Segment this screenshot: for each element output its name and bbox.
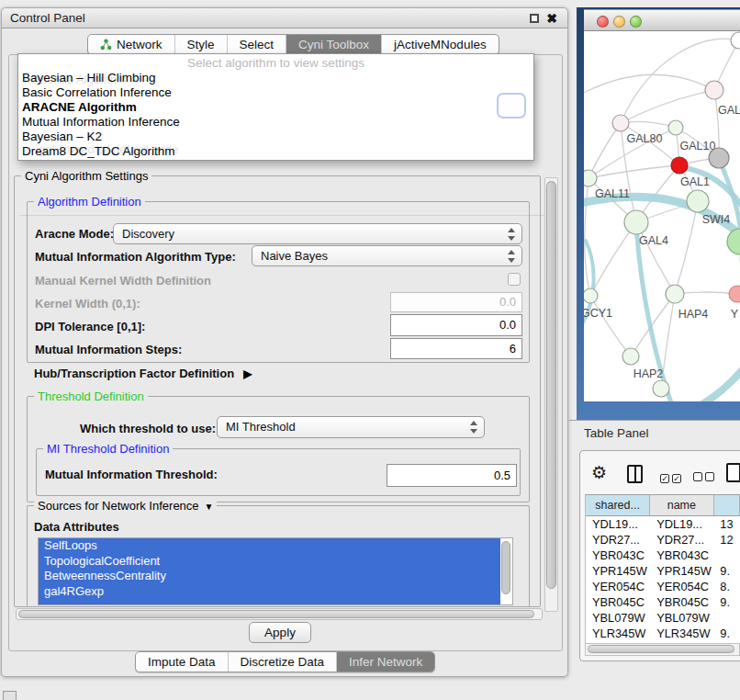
table-column-header[interactable]: shared... — [586, 495, 650, 515]
table-row[interactable]: YDL19...YDL19...13 — [586, 516, 740, 532]
table-cell: YBR043C — [586, 548, 650, 563]
network-edge[interactable] — [675, 201, 698, 294]
network-edge-highlighted[interactable] — [692, 362, 740, 401]
close-traffic-light-icon[interactable] — [597, 16, 609, 28]
network-node-node-top[interactable] — [731, 32, 740, 49]
network-node-node-bottom[interactable] — [653, 380, 669, 397]
tab-network[interactable]: Network — [88, 35, 174, 54]
table-row[interactable]: YDR27...YDR27...12 — [586, 532, 740, 548]
bottom-tab-impute-data[interactable]: Impute Data — [136, 652, 228, 672]
control-panel-tabs: NetworkStyleSelectCyni ToolboxjActiveMNo… — [87, 34, 499, 55]
tab-select[interactable]: Select — [227, 35, 286, 54]
manual-kernel-label: Manual Kernel Width Definition — [35, 274, 211, 288]
network-node-gal1[interactable] — [671, 157, 688, 174]
bottom-tab-discretize-data[interactable]: Discretize Data — [228, 652, 337, 672]
table-row[interactable]: YPR145WYPR145W9. — [586, 563, 740, 579]
tab-style[interactable]: Style — [174, 35, 227, 54]
clear-checkboxes-icon[interactable] — [693, 469, 717, 485]
mi-steps-field[interactable]: 6 — [390, 338, 522, 359]
attribute-item[interactable]: gal4RGexp — [39, 584, 500, 600]
network-node-gal80[interactable] — [612, 115, 629, 131]
float-icon[interactable] — [530, 14, 539, 23]
table-hscrollbar-thumb[interactable] — [588, 645, 734, 653]
mi-threshold-field[interactable]: 0.5 — [387, 464, 517, 487]
network-edge[interactable] — [621, 90, 714, 123]
settings-horizontal-scrollbar[interactable] — [16, 608, 543, 620]
bottom-grip-icon[interactable] — [3, 691, 17, 700]
network-node-hap2[interactable] — [622, 348, 639, 365]
apply-button[interactable]: Apply — [249, 622, 311, 643]
table-cell: YBR043C — [650, 548, 713, 563]
kernel-width-field[interactable]: 0.0 — [390, 292, 522, 312]
table-row[interactable]: YBR043CYBR043C — [586, 548, 740, 563]
network-window-titlebar[interactable] — [584, 9, 740, 31]
node-table[interactable]: shared...nameYDL19...YDL19...13YDR27...Y… — [585, 494, 740, 643]
mi-threshold-group-title: MI Threshold Definition — [43, 442, 173, 456]
table-header-row: shared...name — [586, 495, 740, 516]
sources-group-title[interactable]: Sources for Network Inference▼ — [34, 499, 217, 513]
table-row[interactable]: YLR345WYLR345W9. — [586, 626, 740, 641]
mi-type-select[interactable]: Naive Bayes — [252, 245, 522, 266]
network-node-label: GAL80 — [627, 132, 663, 145]
table-row[interactable]: YBL079WYBL079W — [586, 610, 740, 626]
combo-arrows-icon — [470, 421, 478, 434]
attributes-list-scrollbar[interactable] — [501, 541, 510, 594]
tab-jactivemnodules[interactable]: jActiveMNodules — [381, 35, 499, 54]
document-icon[interactable] — [726, 463, 740, 482]
network-edge[interactable] — [585, 178, 590, 296]
dpi-tolerance-field[interactable]: 0.0 — [390, 314, 522, 336]
column-layout-icon[interactable] — [627, 465, 643, 483]
settings-scrollbar-thumb[interactable] — [546, 181, 556, 589]
network-node-hap4[interactable] — [666, 285, 684, 303]
which-threshold-select[interactable]: MI Threshold — [217, 416, 485, 438]
table-column-header[interactable]: name — [650, 495, 713, 515]
network-edge[interactable] — [589, 123, 621, 178]
gear-icon[interactable]: ⚙ — [591, 462, 607, 483]
kernel-width-label: Kernel Width (0,1): — [35, 297, 140, 310]
hub-definition-section[interactable]: Hub/Transcription Factor Definition▶ — [34, 367, 252, 380]
algorithm-option[interactable]: Basic Correlation Inference — [18, 85, 533, 100]
network-edge[interactable] — [590, 296, 631, 356]
network-graph[interactable]: GALGAL80GAL10GAL1GAL11SWI4GAL4GCY1HAP4YH… — [584, 31, 740, 401]
network-node-gray-node[interactable] — [709, 148, 729, 168]
table-row[interactable]: YER054CYER054C8. — [586, 579, 740, 594]
table-column-header[interactable] — [714, 495, 740, 515]
settings-vertical-scrollbar[interactable] — [544, 177, 558, 612]
mi-type-value: Naive Bayes — [261, 249, 328, 263]
algorithm-option[interactable]: ARACNE Algorithm — [18, 100, 533, 115]
tab-cyni-toolbox[interactable]: Cyni Toolbox — [286, 35, 381, 54]
bottom-tab-label: Infer Network — [349, 652, 422, 672]
attribute-item[interactable]: SelfLoops — [39, 538, 500, 554]
manual-kernel-checkbox[interactable] — [508, 273, 521, 286]
network-node-pink-right[interactable] — [729, 286, 740, 302]
network-node-gal11[interactable] — [584, 170, 597, 186]
minimize-traffic-light-icon[interactable] — [613, 16, 625, 28]
table-horizontal-scrollbar[interactable] — [585, 643, 740, 656]
network-node-swi4[interactable] — [687, 190, 709, 212]
network-node-gcy1[interactable] — [584, 288, 598, 303]
close-icon[interactable]: ✖ — [546, 10, 557, 27]
threshold-definition-title: Threshold Definition — [34, 390, 148, 403]
attribute-item[interactable]: TopologicalCoefficient — [39, 554, 500, 570]
network-edge[interactable] — [589, 165, 679, 178]
data-attributes-list[interactable]: SelfLoopsTopologicalCoefficientBetweenne… — [38, 537, 513, 605]
algorithm-definition-title: Algorithm Definition — [34, 195, 145, 209]
select-all-checkboxes-icon[interactable]: ✓✓ — [660, 469, 684, 485]
algorithm-option[interactable]: Mutual Information Inference — [18, 115, 533, 130]
attribute-item[interactable]: BetweennessCentrality — [39, 569, 500, 584]
network-canvas[interactable]: GALGAL80GAL10GAL1GAL11SWI4GAL4GCY1HAP4YH… — [584, 31, 740, 401]
network-edge[interactable] — [590, 222, 636, 296]
zoom-traffic-light-icon[interactable] — [630, 16, 642, 28]
mi-steps-label: Mutual Information Steps: — [35, 343, 182, 356]
network-node-label: SWI4 — [702, 213, 731, 226]
attribute-item-clipped[interactable] — [39, 599, 500, 605]
table-row[interactable]: YBR045CYBR045C9. — [586, 594, 740, 610]
network-node-gal4[interactable] — [624, 210, 648, 234]
network-node-green-right[interactable] — [727, 229, 740, 254]
bottom-tab-infer-network[interactable]: Infer Network — [336, 652, 434, 672]
network-node-gal10[interactable] — [668, 120, 683, 135]
settings-hscrollbar-thumb[interactable] — [18, 610, 534, 618]
network-node-gal-top[interactable] — [705, 81, 723, 99]
aracne-mode-select[interactable]: Discovery — [113, 223, 522, 244]
network-node-label: GAL10 — [680, 140, 716, 152]
